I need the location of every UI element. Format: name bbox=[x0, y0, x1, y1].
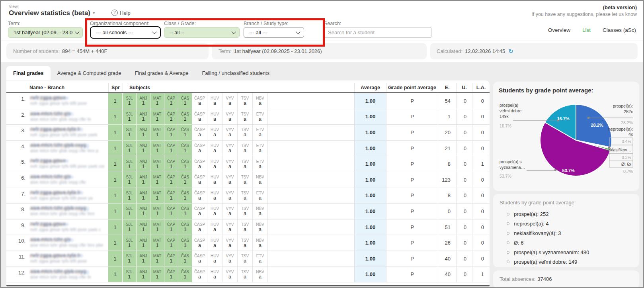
average-cell: 1.00 bbox=[354, 204, 386, 219]
tab-failing-unclassified[interactable]: Failing / unclassified students bbox=[195, 66, 276, 80]
table-row[interactable]: 12.aise mtcn tzhr glsb osygaise mtcn tzh… bbox=[6, 267, 490, 283]
subject-grade-cell: SJL1 bbox=[123, 156, 137, 172]
subject-grade: 1 bbox=[128, 180, 131, 185]
subject-grade: 1 bbox=[170, 227, 173, 232]
table-row[interactable]: 4.aise mtcn tzhr glsb osygaise mtcn tzhr… bbox=[6, 141, 490, 157]
subject-grade: 1 bbox=[128, 101, 131, 106]
tab-final-grades-average[interactable]: Final grades & Average bbox=[128, 66, 195, 80]
table-row[interactable]: 10.aise mtcn tzhr glsaise mtcn tzhr glsb… bbox=[6, 235, 490, 251]
nav-classes-asc[interactable]: Classes (aSc) bbox=[603, 27, 636, 33]
subject-code: ČAS bbox=[181, 269, 189, 274]
late-arrivals-cell: 0 bbox=[472, 235, 490, 251]
subject-grade-cell: ČASPa bbox=[192, 219, 207, 235]
subject-grade-cell: ČASPa bbox=[192, 156, 207, 172]
gpa-cell: P bbox=[386, 219, 438, 235]
table-row[interactable]: 1.nvfr zgpa gmue nvfr zgpa gmue tyfo bfl… bbox=[6, 93, 490, 109]
table-row[interactable]: 6.aise mtcn tzhr glsaise mtcn tzhr glsb … bbox=[6, 172, 490, 188]
redacted-name-line: nvfr zgpa gmue bbox=[30, 158, 107, 164]
chevron-down-icon bbox=[231, 29, 236, 34]
total-absences-card: Total absences:37406 bbox=[493, 270, 639, 288]
subject-grade-cell: ČAP1 bbox=[164, 251, 178, 266]
subject-grade: 1 bbox=[142, 227, 145, 232]
subject-grade: a bbox=[198, 148, 201, 153]
table-row[interactable]: 5.nvfr zgpa gmue nvfr zgpa gmue tyfo bfl… bbox=[6, 156, 490, 172]
subject-grade: a bbox=[198, 211, 201, 216]
subject-grade: a bbox=[244, 101, 246, 106]
row-number: 11. bbox=[6, 251, 29, 266]
nav-overview[interactable]: Overview bbox=[548, 27, 570, 33]
late-arrivals-cell: 0 bbox=[472, 141, 490, 156]
spr-cell: 1 bbox=[108, 141, 123, 156]
subject-grade: a bbox=[244, 117, 246, 122]
subject-grade: 1 bbox=[184, 196, 187, 201]
spacer bbox=[268, 109, 354, 125]
search-input[interactable] bbox=[324, 27, 431, 38]
spr-cell: 1 bbox=[108, 125, 123, 140]
tab-average-computed-grade[interactable]: Average & Computed grade bbox=[51, 66, 128, 80]
student-name-redacted: nvfr zgpa gmue tyfo bnvfr zgpa gmue tyfo… bbox=[29, 188, 108, 204]
redacted-name-line: nvfr zgpa gmue tyfo b bbox=[30, 190, 107, 196]
table-row[interactable]: 3.nvfr zgpa gmue tyfo bnvfr zgpa gmue ty… bbox=[6, 125, 490, 141]
refresh-icon[interactable]: ↻ bbox=[508, 48, 513, 55]
legend-item: prospel(a) s vyznamenaním: 480 bbox=[500, 247, 633, 257]
subject-grade-cell: VYVa bbox=[222, 235, 238, 251]
class-grade-select[interactable]: -- all -- bbox=[164, 27, 240, 38]
nav-list[interactable]: List bbox=[582, 27, 591, 33]
subject-grade-cell: MAT1 bbox=[150, 188, 164, 204]
subject-code: VYV bbox=[226, 159, 234, 164]
calculated-label: Calculated: bbox=[437, 48, 463, 54]
redacted-name-line: aise mtcn tzhr gls bbox=[30, 111, 107, 117]
horizontal-scrollbar[interactable] bbox=[6, 285, 490, 286]
subject-code: NBV bbox=[256, 269, 264, 274]
callout-label: prospel(a): bbox=[613, 104, 633, 108]
table-row[interactable]: 11.nvfr zgpa gmue tyfo bnvfr zgpa gmue t… bbox=[6, 251, 490, 267]
subject-grade: a bbox=[213, 180, 216, 185]
branch-study-type-select[interactable]: --- all --- bbox=[244, 27, 304, 38]
subject-code: ČAP bbox=[167, 190, 176, 196]
col-header-subjects: Subjects bbox=[123, 83, 354, 92]
subject-code: TSV bbox=[241, 190, 249, 196]
subject-grade-cell: ANJ1 bbox=[137, 204, 150, 219]
spr-cell: 1 bbox=[108, 93, 123, 109]
table-row[interactable]: 9.nvfr zgpa gmue nvfr zgpa gmue tyfo bfl… bbox=[6, 219, 490, 235]
table-row[interactable]: 8.aise mtcn tzhr glsb osygaise mtcn tzhr… bbox=[6, 204, 490, 219]
subject-grade: a bbox=[259, 164, 262, 169]
subject-code: ČAP bbox=[167, 159, 176, 164]
subject-grade-cell: ANJ1 bbox=[137, 141, 150, 156]
subject-grade-cell: VYVa bbox=[222, 267, 238, 282]
table-row[interactable]: 2.aise mtcn tzhr glsaise mtcn tzhr glsb … bbox=[6, 109, 490, 125]
spr-cell: 1 bbox=[108, 219, 123, 235]
table-row[interactable]: 7.nvfr zgpa gmue tyfo bnvfr zgpa gmue ty… bbox=[6, 188, 490, 204]
chevron-down-icon: ▾ bbox=[93, 10, 95, 15]
subject-grade-cell: SJL1 bbox=[123, 219, 137, 235]
students-count-value: 894 = 454M + 440F bbox=[62, 48, 107, 54]
subject-code: HUV bbox=[211, 159, 219, 164]
spr-cell: 1 bbox=[108, 156, 123, 172]
subject-grade-cell: NBVa bbox=[253, 93, 268, 109]
subject-grade-cell: NBVa bbox=[253, 267, 268, 282]
org-component-select[interactable]: --- all schools --- bbox=[90, 26, 161, 39]
subject-code: ČASP bbox=[194, 159, 205, 164]
subject-grade: a bbox=[244, 211, 246, 216]
subject-grade-cell: ČAP1 bbox=[164, 219, 178, 235]
page-title[interactable]: Overview statistics (beta)▾ bbox=[9, 9, 95, 17]
subject-grade: a bbox=[244, 274, 246, 280]
spr-cell: 1 bbox=[108, 251, 123, 266]
callout-percent: 28.2% bbox=[621, 120, 633, 125]
row-number: 5. bbox=[6, 156, 29, 172]
subject-grade-cell: ČAP1 bbox=[164, 204, 178, 219]
help-button[interactable]: ?Help bbox=[111, 10, 131, 16]
spr-cell: 1 bbox=[108, 235, 123, 251]
term-select[interactable]: 1st halfyear (02.09. - 23.0 bbox=[8, 27, 83, 38]
subject-code: MAT bbox=[153, 269, 161, 274]
subject-grade-cell: ANJ1 bbox=[137, 235, 150, 251]
tab-final-grades[interactable]: Final grades bbox=[6, 66, 51, 80]
subject-grade: a bbox=[198, 243, 201, 248]
excused-absences-cell: 8 bbox=[438, 156, 456, 172]
pie-chart-card: Students by grade point average: prospel… bbox=[493, 82, 639, 191]
unexcused-absences-cell: 0 bbox=[456, 125, 472, 140]
subject-grade: 1 bbox=[156, 259, 159, 264]
gpa-cell: P bbox=[386, 141, 438, 156]
late-arrivals-cell: 0 bbox=[472, 188, 490, 204]
redacted-name-line: aise mtcn tzhr gls bbox=[30, 174, 107, 180]
